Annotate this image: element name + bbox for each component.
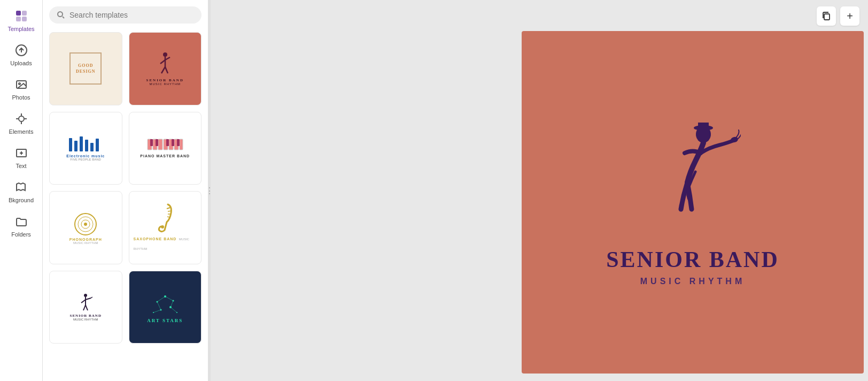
add-button[interactable]: + bbox=[840, 6, 859, 26]
svg-point-6 bbox=[19, 83, 20, 85]
svg-line-14 bbox=[161, 67, 165, 73]
svg-line-59 bbox=[157, 302, 161, 310]
art-stars-constellation bbox=[149, 291, 181, 318]
svg-point-38 bbox=[161, 225, 164, 228]
sidebar-item-photos-label: Photos bbox=[12, 94, 30, 101]
photos-icon bbox=[14, 77, 29, 92]
saxophone-text-wrap: SAXOPHONE BAND MUSIC RHYTHM bbox=[134, 233, 201, 252]
templates-icon bbox=[14, 9, 29, 24]
sidebar-item-text[interactable]: Text bbox=[2, 141, 41, 173]
svg-line-39 bbox=[167, 208, 170, 209]
senior-band-dark-title: SENIOR BAND bbox=[70, 314, 102, 318]
phonograph-sub: MUSIC RHYTHM bbox=[73, 241, 98, 245]
preview-subtitle-text: MUSIC RHYTHM bbox=[640, 277, 745, 286]
svg-line-12 bbox=[160, 60, 165, 64]
templates-panel: GOOD DESIGN SENIOR BAND MUSIC RHYTHM bbox=[43, 0, 208, 381]
sidebar-item-elements-label: Elements bbox=[9, 128, 34, 135]
senior-band-red-sub: MUSIC RHYTHM bbox=[149, 82, 181, 86]
template-card-electronic[interactable]: Electronic music FIVE PEOPLE BAND bbox=[49, 112, 122, 185]
svg-line-62 bbox=[170, 307, 177, 313]
good-design-text: GOOD bbox=[78, 63, 93, 68]
svg-rect-30 bbox=[156, 139, 158, 146]
senior-band-dark-sub: MUSIC RHYTHM bbox=[73, 318, 98, 321]
copy-button[interactable] bbox=[817, 6, 836, 26]
good-design-text2: DESIGN bbox=[76, 69, 96, 74]
sidebar-item-text-label: Text bbox=[15, 163, 26, 169]
svg-rect-0 bbox=[16, 11, 21, 16]
svg-line-15 bbox=[165, 67, 168, 73]
preview-card[interactable]: SENIOR BAND MUSIC RHYTHM bbox=[522, 31, 864, 374]
svg-rect-33 bbox=[177, 139, 180, 146]
svg-rect-18 bbox=[80, 136, 83, 151]
sidebar-item-bkground[interactable]: Bkground bbox=[2, 176, 41, 208]
svg-line-61 bbox=[153, 310, 161, 313]
template-card-phonograph[interactable]: PHONOGRAPH MUSIC RHYTHM bbox=[49, 191, 122, 264]
svg-line-60 bbox=[170, 301, 173, 307]
templates-grid: GOOD DESIGN SENIOR BAND MUSIC RHYTHM bbox=[43, 28, 208, 348]
svg-rect-19 bbox=[85, 140, 88, 151]
preview-musician-svg bbox=[645, 118, 741, 236]
bkground-icon bbox=[14, 180, 29, 195]
trumpet-small-silhouette bbox=[79, 293, 92, 314]
svg-point-9 bbox=[58, 12, 63, 17]
preview-title-text: SENIOR BAND bbox=[606, 247, 779, 272]
svg-rect-66 bbox=[698, 123, 709, 129]
svg-rect-31 bbox=[166, 139, 169, 146]
svg-rect-1 bbox=[22, 11, 27, 16]
dancer-silhouette bbox=[157, 52, 173, 76]
svg-point-43 bbox=[84, 294, 87, 297]
svg-line-46 bbox=[86, 298, 91, 300]
template-card-senior-band-red[interactable]: SENIOR BAND MUSIC RHYTHM bbox=[129, 32, 202, 105]
svg-line-49 bbox=[86, 305, 88, 310]
svg-rect-32 bbox=[172, 139, 174, 146]
svg-rect-3 bbox=[22, 17, 27, 21]
search-icon bbox=[57, 11, 65, 19]
template-card-art-stars[interactable]: ART STARS bbox=[129, 271, 202, 344]
template-card-saxophone[interactable]: SAXOPHONE BAND MUSIC RHYTHM bbox=[129, 191, 202, 264]
template-card-piano[interactable]: PIANO MASTER BAND bbox=[129, 112, 202, 185]
electronic-title: Electronic music bbox=[66, 154, 105, 158]
sidebar-item-bkground-label: Bkground bbox=[9, 197, 34, 203]
top-actions: + bbox=[817, 6, 859, 26]
svg-line-45 bbox=[81, 300, 86, 303]
plus-icon: + bbox=[847, 10, 853, 22]
svg-rect-28 bbox=[180, 139, 183, 150]
saxophone-icon bbox=[157, 203, 173, 233]
copy-icon bbox=[821, 11, 831, 21]
uploads-icon bbox=[14, 43, 29, 58]
sidebar-item-uploads-label: Uploads bbox=[10, 60, 32, 66]
svg-rect-16 bbox=[69, 138, 72, 151]
sidebar-item-folders[interactable]: Folders bbox=[2, 210, 41, 242]
svg-point-37 bbox=[84, 223, 87, 226]
svg-rect-21 bbox=[96, 139, 99, 151]
svg-line-58 bbox=[165, 296, 173, 301]
template-card-senior-band-dark[interactable]: SENIOR BAND MUSIC RHYTHM bbox=[49, 271, 122, 344]
svg-line-42 bbox=[167, 217, 170, 217]
svg-rect-20 bbox=[90, 143, 94, 151]
svg-rect-17 bbox=[74, 141, 78, 151]
sidebar-item-uploads[interactable]: Uploads bbox=[2, 39, 41, 71]
template-card-good-design[interactable]: GOOD DESIGN bbox=[49, 32, 122, 105]
good-design-border: GOOD DESIGN bbox=[69, 52, 102, 85]
svg-line-47 bbox=[91, 297, 92, 298]
svg-rect-2 bbox=[16, 17, 21, 21]
sidebar-item-templates-label: Templates bbox=[7, 26, 34, 32]
sidebar-item-templates[interactable]: Templates bbox=[2, 4, 41, 36]
phonograph-title: PHONOGRAPH bbox=[69, 238, 102, 241]
text-icon bbox=[14, 146, 29, 161]
saxophone-title: SAXOPHONE BAND bbox=[134, 237, 177, 241]
sidebar-item-photos[interactable]: Photos bbox=[2, 73, 41, 105]
eq-bars bbox=[67, 135, 104, 154]
sidebar: Templates Uploads Photos Element bbox=[0, 0, 43, 381]
search-input[interactable] bbox=[69, 11, 194, 19]
svg-line-13 bbox=[165, 57, 170, 60]
sidebar-item-elements[interactable]: Elements bbox=[2, 107, 41, 139]
preview-area: + SENIOR BAND bbox=[211, 0, 868, 381]
svg-line-57 bbox=[157, 296, 165, 302]
senior-band-red-title: SENIOR BAND bbox=[146, 78, 184, 82]
svg-point-10 bbox=[163, 52, 167, 57]
svg-rect-24 bbox=[158, 139, 162, 150]
svg-point-7 bbox=[19, 116, 24, 121]
svg-line-48 bbox=[83, 305, 86, 310]
search-bar bbox=[43, 0, 208, 28]
